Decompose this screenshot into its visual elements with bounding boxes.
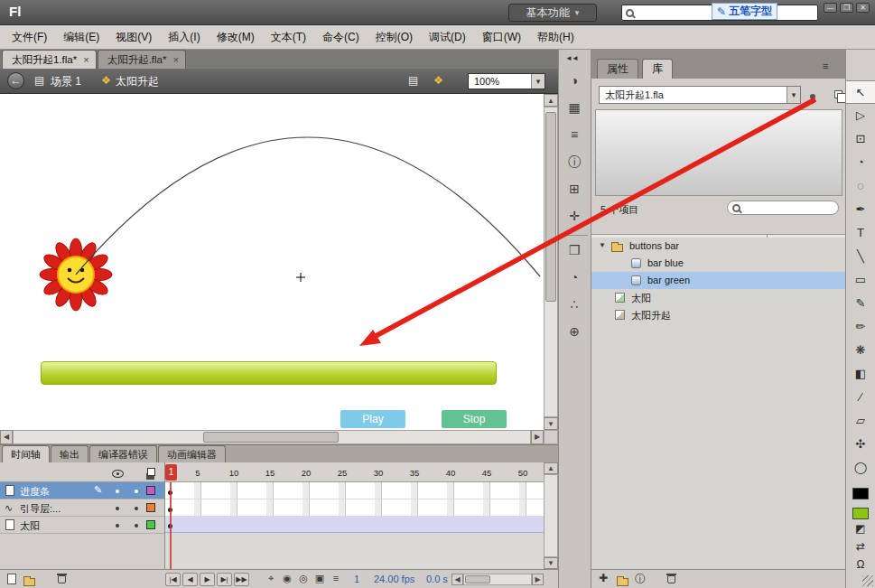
tab-library[interactable]: 库 xyxy=(642,59,673,79)
layer-row-progress-bar[interactable]: 进度条 ✎ xyxy=(0,482,164,499)
scroll-left-icon[interactable]: ◀ xyxy=(451,574,463,585)
new-folder-icon[interactable] xyxy=(23,578,35,586)
line-tool[interactable]: ╲ xyxy=(846,245,875,268)
onion-skin-icon[interactable]: ◉ xyxy=(280,573,294,584)
transform-panel-icon[interactable]: ⊞ xyxy=(559,182,590,196)
tab-motion-editor[interactable]: 动画编辑器 xyxy=(158,445,226,462)
rectangle-tool[interactable]: ▭ xyxy=(846,268,875,292)
delete-item-icon[interactable] xyxy=(667,574,675,583)
current-frame-value[interactable]: 1 xyxy=(354,574,359,584)
symbol-breadcrumb[interactable]: 太阳升起 xyxy=(116,74,159,89)
restore-button[interactable]: ❐ xyxy=(840,3,853,13)
info-panel-icon[interactable]: ⓘ xyxy=(559,154,590,171)
chevron-down-icon[interactable]: ▾ xyxy=(787,87,800,103)
layer-row-guide[interactable]: ∿ 引导层:... xyxy=(0,499,164,517)
scroll-right-icon[interactable]: ▶ xyxy=(531,430,544,444)
swatches-panel-icon[interactable]: ▦ xyxy=(559,100,590,115)
selection-tool[interactable]: ↖ xyxy=(846,80,875,104)
new-layer-icon[interactable] xyxy=(7,574,16,584)
collapse-dock-button[interactable]: ◄◄ xyxy=(565,54,578,62)
tab-properties[interactable]: 属性 xyxy=(597,59,638,79)
layer-color-swatch[interactable] xyxy=(146,503,155,512)
zoom-control[interactable]: 100% ▾ xyxy=(468,73,545,89)
elapsed-time-value[interactable]: 0.0 s xyxy=(426,574,448,584)
scroll-right-icon[interactable]: ▶ xyxy=(532,574,544,585)
onion-skin-outlines-icon[interactable]: ◎ xyxy=(296,573,311,584)
menu-item-help[interactable]: 帮助(H) xyxy=(529,25,582,49)
tween-span[interactable] xyxy=(165,517,544,533)
eraser-tool[interactable]: ▱ xyxy=(846,409,875,433)
scroll-left-icon[interactable]: ◀ xyxy=(0,430,13,444)
menu-item-file[interactable]: 文件(F) xyxy=(4,25,55,49)
snap-magnet-icon[interactable]: Ω xyxy=(846,555,875,574)
pen-tool[interactable]: ✒ xyxy=(846,198,875,221)
color-panel-icon[interactable]: ◑ xyxy=(559,73,590,88)
play-frame-button[interactable]: ▶ xyxy=(200,573,215,586)
history-panel-icon[interactable]: ∴ xyxy=(559,297,590,312)
next-frame-button[interactable]: ▶| xyxy=(217,573,232,586)
tab-close-icon[interactable]: × xyxy=(83,51,88,69)
frame-row[interactable] xyxy=(165,499,544,517)
edit-symbols-icon[interactable]: ❖ xyxy=(433,74,443,87)
new-folder-icon[interactable] xyxy=(617,578,628,586)
new-library-panel-icon[interactable] xyxy=(834,90,842,98)
last-frame-button[interactable]: ▶▶ xyxy=(234,573,249,586)
modify-markers-icon[interactable]: ≡ xyxy=(329,573,343,583)
menu-item-control[interactable]: 控制(O) xyxy=(368,25,421,49)
play-button[interactable]: Play xyxy=(340,410,405,428)
paint-bucket-tool[interactable]: ◧ xyxy=(846,362,875,386)
layer-row-sun[interactable]: 太阳 xyxy=(0,517,164,534)
progress-bar-graphic[interactable] xyxy=(41,361,497,385)
stage-vertical-scrollbar[interactable]: ▲ ▼ xyxy=(544,94,558,430)
tab-timeline[interactable]: 时间轴 xyxy=(2,445,50,462)
stop-button[interactable]: Stop xyxy=(442,410,507,428)
edit-scene-icon[interactable]: ▤ xyxy=(408,74,418,87)
visibility-dot[interactable] xyxy=(116,490,119,493)
prev-frame-button[interactable]: ◀ xyxy=(182,573,198,586)
new-symbol-icon[interactable]: ✚ xyxy=(599,572,608,584)
back-button[interactable]: ← xyxy=(7,72,24,89)
scene-panel-icon[interactable]: ⊕ xyxy=(559,324,590,339)
first-frame-button[interactable]: |◀ xyxy=(165,573,181,586)
frames-grid[interactable] xyxy=(165,482,544,534)
edit-multiple-frames-icon[interactable]: ▣ xyxy=(312,573,327,584)
layer-color-swatch[interactable] xyxy=(146,486,155,495)
folder-expander-icon[interactable]: ▼ xyxy=(599,241,606,249)
visibility-dot[interactable] xyxy=(116,507,119,510)
ime-toolbar[interactable]: ✎ 五笔字型 xyxy=(712,3,777,20)
library-preview-area[interactable] xyxy=(595,109,842,196)
lock-dot[interactable] xyxy=(135,507,138,510)
hand-tool[interactable]: ✣ xyxy=(846,433,875,456)
visibility-dot[interactable] xyxy=(116,524,119,527)
stage-horizontal-scrollbar[interactable]: ◀ ▶ xyxy=(0,430,544,444)
default-colors-icon[interactable]: ◩ xyxy=(846,519,875,537)
document-tab-inactive[interactable]: 太阳升起.fla* × xyxy=(98,50,186,69)
scroll-down-icon[interactable]: ▼ xyxy=(544,417,558,430)
delete-layer-icon[interactable] xyxy=(58,574,66,583)
pin-library-icon[interactable] xyxy=(810,94,815,99)
menu-item-window[interactable]: 窗口(W) xyxy=(474,25,529,49)
menu-item-insert[interactable]: 插入(I) xyxy=(160,25,208,49)
motion-guide-path[interactable] xyxy=(76,137,540,276)
panel-menu-icon[interactable]: ≡ xyxy=(823,61,828,71)
frame-row[interactable] xyxy=(165,517,544,534)
lock-dot[interactable] xyxy=(135,524,138,527)
scroll-thumb[interactable] xyxy=(203,432,339,443)
scroll-thumb[interactable] xyxy=(545,112,556,302)
library-item[interactable]: bar blue xyxy=(591,255,846,272)
tab-output[interactable]: 输出 xyxy=(51,445,88,462)
align-panel-icon[interactable]: ≡ xyxy=(559,127,590,142)
components-panel-icon[interactable]: ❒ xyxy=(559,243,590,257)
stroke-color-swatch[interactable] xyxy=(852,488,869,499)
lasso-tool[interactable]: ◌ xyxy=(846,174,875,198)
eyedropper-tool[interactable]: ∕ xyxy=(846,386,875,409)
motion-presets-panel-icon[interactable]: ◔ xyxy=(559,270,590,285)
free-transform-tool[interactable]: ⊡ xyxy=(846,127,875,151)
show-hide-all-icon[interactable] xyxy=(112,470,124,478)
window-resize-grip[interactable] xyxy=(862,575,873,586)
menu-item-edit[interactable]: 编辑(E) xyxy=(55,25,107,49)
library-document-dropdown[interactable]: 太阳升起1.fla ▾ xyxy=(599,86,801,104)
fill-color-swatch[interactable] xyxy=(852,508,869,519)
subselection-tool[interactable]: ▷ xyxy=(846,104,875,127)
frame-row[interactable] xyxy=(165,482,544,499)
